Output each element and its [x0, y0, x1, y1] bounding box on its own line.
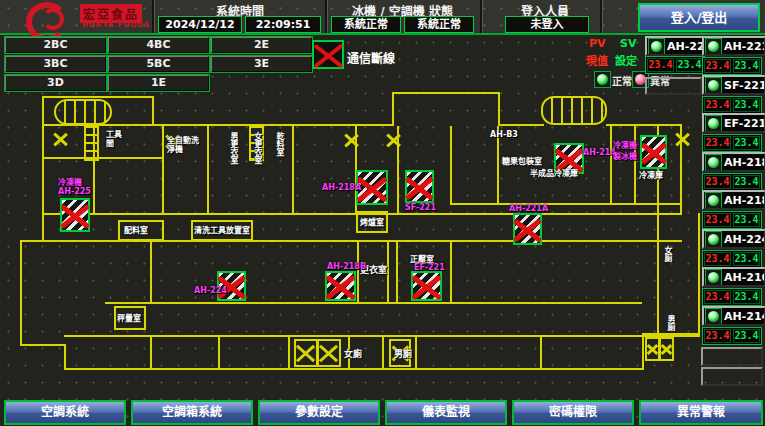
- unit-name-ah225[interactable]: AH-225: [645, 36, 704, 56]
- wall: [387, 242, 389, 304]
- header-divider: [325, 0, 327, 33]
- wall: [540, 337, 542, 368]
- header-divider: [480, 0, 482, 33]
- unit-label: AH-218B: [724, 194, 765, 207]
- wall: [450, 203, 682, 205]
- unit-values-ah216: 23.4 23.4: [702, 288, 762, 306]
- pv-header-label: PV: [589, 37, 606, 50]
- pv-value: 23.4: [704, 98, 731, 112]
- unit-name-ah218b[interactable]: AH-218B: [702, 190, 765, 210]
- nav-button-ahu-system[interactable]: 空調箱系統: [131, 400, 253, 425]
- wall: [634, 126, 636, 205]
- floor-button-2bc[interactable]: 2BC: [5, 37, 106, 53]
- pv-value: 23.4: [704, 290, 731, 304]
- pv-value: 23.4: [704, 252, 731, 266]
- equipment-marker-ah221a[interactable]: [513, 213, 542, 245]
- device-label: AH-224: [194, 286, 227, 295]
- room-label: 女廁: [344, 347, 362, 360]
- chiller-status-value: 系統正常: [331, 16, 401, 33]
- logo-icon-inner: [42, 8, 64, 30]
- room-label: 男更衣室: [228, 132, 239, 190]
- unit-label: SF-221: [724, 79, 765, 92]
- unit-name-ah214[interactable]: AH-214: [702, 306, 765, 326]
- room-label: 工具間: [106, 130, 126, 148]
- unit-values-ah221a: 23.4 23.4: [702, 57, 762, 75]
- comm-error-label: 通信斷線: [347, 49, 395, 66]
- door-x-icon: [294, 339, 318, 367]
- wall: [498, 92, 500, 126]
- floor-button-3d[interactable]: 3D: [5, 75, 106, 91]
- wall: [20, 344, 66, 346]
- logo-company-name-en: HUNYA FOODS: [82, 21, 150, 29]
- sv-value: 23.4: [733, 252, 760, 266]
- equipment-marker-ef221[interactable]: [411, 271, 442, 301]
- equipment-marker-icemaker[interactable]: [640, 135, 667, 169]
- sv-value: 23.4: [733, 136, 760, 150]
- stairs-icon: [541, 96, 607, 125]
- wall: [657, 205, 659, 335]
- wall: [162, 126, 164, 215]
- pv-value: 23.4: [647, 58, 674, 72]
- unit-label: EF-221: [724, 117, 765, 130]
- wall: [698, 213, 700, 335]
- unit-values-ah218a: 23.4 23.4: [702, 173, 762, 191]
- floor-button-3e[interactable]: 3E: [211, 56, 312, 72]
- unit-values-ah214: 23.4 23.4: [702, 327, 762, 345]
- status-led: [705, 115, 722, 132]
- status-led: [705, 154, 722, 171]
- unit-name-ah221a[interactable]: AH-221A: [702, 36, 765, 56]
- floor-button-2e[interactable]: 2E: [211, 37, 312, 53]
- device-label: 冷凍機: [613, 139, 637, 150]
- wall: [152, 96, 154, 126]
- room-label: AH-B3: [490, 130, 518, 139]
- login-logout-button[interactable]: 登入/登出: [638, 3, 760, 32]
- door-x-icon: [675, 129, 690, 149]
- unit-label: AH-216: [724, 271, 765, 284]
- stairs-icon: [54, 99, 112, 125]
- device-label: EF-221: [414, 263, 445, 272]
- device-label: SF-221: [405, 203, 436, 212]
- nav-button-password-auth[interactable]: 密碼權限: [512, 400, 634, 425]
- wall: [382, 337, 384, 368]
- unit-name-ah224[interactable]: AH-224: [702, 229, 765, 249]
- wall: [498, 124, 544, 126]
- unit-name-ah218a[interactable]: AH-218A: [702, 152, 765, 172]
- sv-sub-label: 設定: [615, 52, 637, 68]
- unit-name-sf221[interactable]: SF-221: [702, 75, 765, 95]
- room-label: 女更衣室: [252, 132, 263, 190]
- hmi-screen: 宏亞食品 HUNYA FOODS 系統時間 2024/12/12 22:09:5…: [0, 0, 765, 426]
- unit-label: AH-214: [724, 310, 765, 323]
- nav-button-ac-system[interactable]: 空調系統: [4, 400, 126, 425]
- unit-name-ef221[interactable]: EF-221: [702, 113, 765, 133]
- floor-button-1e[interactable]: 1E: [108, 75, 209, 91]
- device-label: AH-221A: [509, 204, 548, 213]
- wall: [396, 242, 398, 304]
- unit-name-ah216[interactable]: AH-216: [702, 267, 765, 287]
- wall: [150, 242, 152, 304]
- nav-button-param-settings[interactable]: 參數設定: [258, 400, 380, 425]
- floor-button-5bc[interactable]: 5BC: [108, 56, 209, 72]
- wall: [218, 337, 220, 368]
- sv-value: 23.4: [733, 213, 760, 227]
- door-x-icon: [344, 131, 359, 149]
- nav-button-alarm[interactable]: 異常警報: [639, 400, 763, 425]
- pv-value: 23.4: [704, 213, 731, 227]
- room-label: 冷凍庫: [639, 169, 663, 180]
- floor-button-4bc[interactable]: 4BC: [108, 37, 209, 53]
- wall: [357, 242, 359, 304]
- equipment-marker-ah225[interactable]: [60, 198, 90, 232]
- login-status-value: 未登入: [505, 16, 589, 33]
- wall: [105, 302, 642, 304]
- room-label: 男廁: [665, 315, 676, 347]
- unit-label: AH-218A: [724, 156, 765, 169]
- floor-button-3bc[interactable]: 3BC: [5, 56, 106, 72]
- wall: [415, 337, 417, 368]
- pv-sub-label: 現值: [586, 52, 608, 68]
- sv-value: 23.4: [733, 175, 760, 189]
- equipment-marker-sf221[interactable]: [405, 170, 434, 203]
- pv-value: 23.4: [704, 329, 731, 343]
- equipment-marker-ah218b[interactable]: [325, 271, 356, 301]
- sv-value: 23.4: [733, 290, 760, 304]
- room-label: 清洗工具放置室: [194, 224, 250, 235]
- nav-button-meter-monitor[interactable]: 儀表監視: [385, 400, 507, 425]
